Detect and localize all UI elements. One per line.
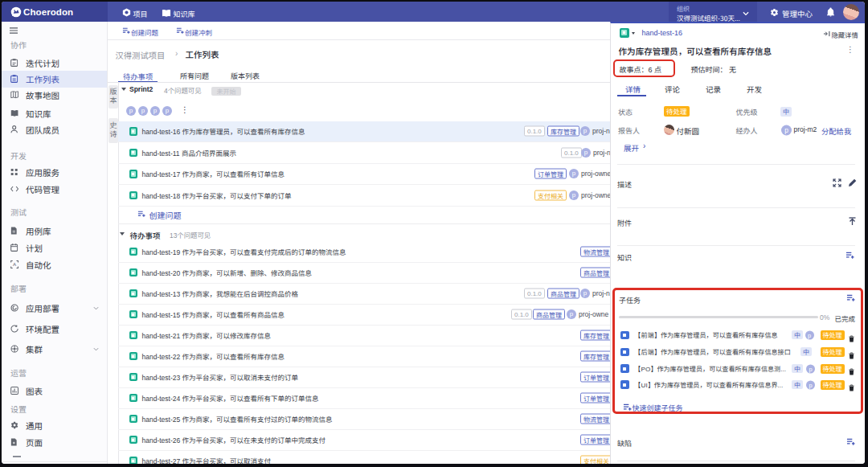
svg-text:A: A: [13, 261, 17, 267]
